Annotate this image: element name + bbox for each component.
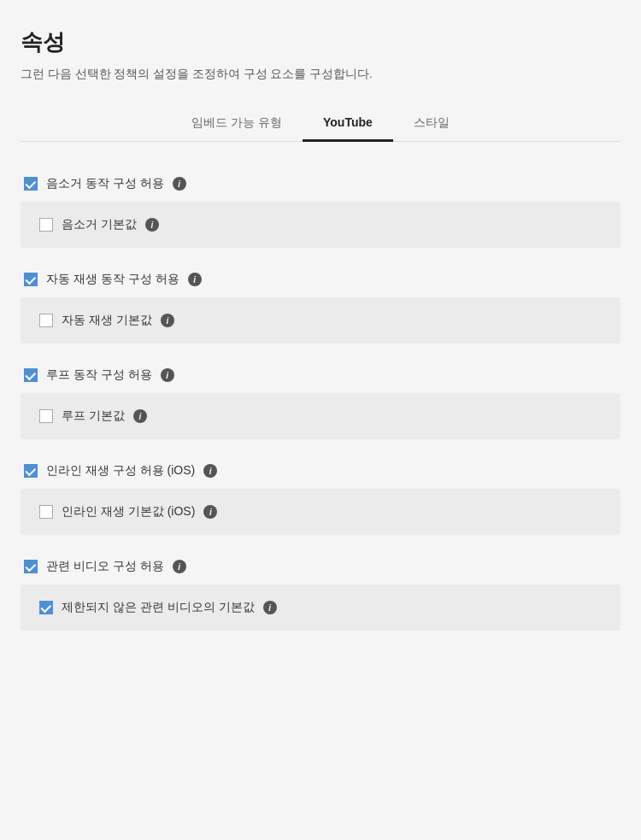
inline-default-label: 인라인 재생 기본값 (iOS) (62, 504, 195, 520)
related-default-checkbox[interactable] (39, 601, 53, 614)
autoplay-allow-label: 자동 재생 동작 구성 허용 (46, 272, 179, 287)
related-default-label: 제한되지 않은 관련 비디오의 기본값 (62, 600, 255, 615)
related-default-info-icon[interactable]: i (263, 601, 277, 614)
loop-default-box: 루프 기본값 i (21, 393, 620, 439)
related-allow-row: 관련 비디오 구성 허용 i (21, 549, 620, 584)
mute-default-box: 음소거 기본값 i (21, 202, 620, 248)
settings-section: 음소거 동작 구성 허용 i 음소거 기본값 i 자동 재생 동작 구성 허용 … (21, 166, 620, 631)
tabs-bar: 임베드 가능 유형 YouTube 스타일 (21, 107, 620, 142)
mute-allow-checkbox[interactable] (24, 177, 38, 191)
mute-allow-row: 음소거 동작 구성 허용 i (21, 166, 620, 202)
mute-default-info-icon[interactable]: i (145, 218, 159, 232)
loop-default-label: 루프 기본값 (62, 408, 125, 424)
autoplay-default-checkbox[interactable] (39, 314, 53, 327)
inline-default-info-icon[interactable]: i (203, 505, 217, 519)
inline-allow-checkbox[interactable] (24, 464, 38, 478)
inline-default-box: 인라인 재생 기본값 (iOS) i (21, 489, 620, 535)
tab-style[interactable]: 스타일 (393, 107, 470, 142)
page-container: 속성 그런 다음 선택한 정책의 설정을 조정하여 구성 요소를 구성합니다. … (0, 0, 641, 672)
inline-allow-label: 인라인 재생 구성 허용 (iOS) (46, 463, 195, 479)
mute-allow-info-icon[interactable]: i (173, 177, 186, 191)
autoplay-allow-row: 자동 재생 동작 구성 허용 i (21, 261, 620, 297)
autoplay-allow-checkbox[interactable] (24, 273, 38, 286)
mute-default-checkbox[interactable] (39, 218, 53, 232)
loop-allow-checkbox[interactable] (24, 368, 38, 382)
autoplay-allow-info-icon[interactable]: i (188, 273, 202, 286)
autoplay-default-label: 자동 재생 기본값 (62, 313, 152, 328)
tab-embed-types[interactable]: 임베드 가능 유형 (171, 107, 303, 142)
related-default-box: 제한되지 않은 관련 비디오의 기본값 i (21, 584, 620, 631)
inline-allow-info-icon[interactable]: i (203, 464, 217, 478)
related-allow-info-icon[interactable]: i (173, 560, 186, 573)
tab-youtube[interactable]: YouTube (303, 107, 393, 142)
loop-allow-row: 루프 동작 구성 허용 i (21, 357, 620, 393)
autoplay-default-info-icon[interactable]: i (161, 314, 174, 327)
autoplay-default-box: 자동 재생 기본값 i (21, 297, 620, 344)
page-description: 그런 다음 선택한 정책의 설정을 조정하여 구성 요소를 구성합니다. (21, 66, 620, 83)
loop-allow-info-icon[interactable]: i (161, 368, 174, 382)
mute-default-label: 음소거 기본값 (62, 217, 137, 232)
loop-default-info-icon[interactable]: i (133, 409, 147, 423)
related-allow-label: 관련 비디오 구성 허용 (46, 559, 164, 574)
inline-allow-row: 인라인 재생 구성 허용 (iOS) i (21, 453, 620, 489)
page-title: 속성 (21, 27, 620, 57)
loop-allow-label: 루프 동작 구성 허용 (46, 367, 152, 383)
loop-default-checkbox[interactable] (39, 409, 53, 423)
inline-default-checkbox[interactable] (39, 505, 53, 519)
related-allow-checkbox[interactable] (24, 560, 38, 573)
mute-allow-label: 음소거 동작 구성 허용 (46, 176, 164, 191)
